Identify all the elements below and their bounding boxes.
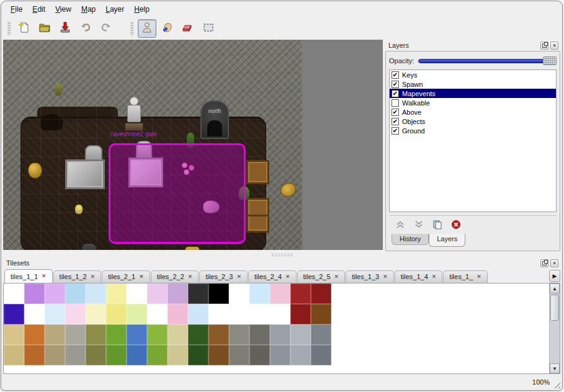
layer-row[interactable]: Walkable [390, 98, 556, 107]
menu-view[interactable]: View [51, 3, 76, 16]
layer-checkbox[interactable] [392, 99, 399, 107]
tileset-scrollbar[interactable]: ▲ ▼ [549, 283, 560, 373]
palette-tile[interactable] [65, 304, 86, 324]
palette-tile[interactable] [106, 283, 127, 304]
map-canvas[interactable]: north caveshrine2 gate [3, 40, 383, 250]
palette-tile[interactable] [208, 324, 229, 345]
save-button[interactable] [56, 19, 74, 38]
tab-close-icon[interactable]: ✕ [477, 274, 481, 280]
palette-tile[interactable] [127, 324, 147, 345]
palette-tile[interactable] [45, 304, 65, 324]
palette-tile[interactable] [249, 304, 270, 324]
tab-close-icon[interactable]: ✕ [91, 274, 96, 280]
palette-tile[interactable] [86, 283, 106, 304]
palette-tile[interactable] [168, 304, 188, 324]
palette-tile[interactable] [249, 345, 270, 365]
palette-tile[interactable] [290, 283, 311, 304]
palette-tile[interactable] [4, 324, 24, 345]
palette-tile[interactable] [86, 324, 106, 345]
eraser-tool-button[interactable] [179, 19, 197, 38]
palette-tile[interactable] [229, 304, 249, 324]
tileset-tab[interactable]: tiles_2_1✕ [102, 270, 150, 283]
opacity-slider[interactable] [418, 56, 557, 66]
tileset-tab[interactable]: tiles_1_✕ [443, 270, 487, 283]
palette-tile[interactable] [168, 283, 188, 304]
tileset-tab[interactable]: tiles_1_1✕ [4, 269, 53, 283]
palette-tile[interactable] [208, 304, 229, 324]
new-file-button[interactable] [15, 19, 34, 38]
palette-tile[interactable] [188, 345, 208, 365]
tab-close-icon[interactable]: ✕ [432, 274, 437, 280]
palette-tile[interactable] [311, 304, 331, 324]
layer-checkbox[interactable]: ✔ [392, 127, 399, 135]
palette-tile[interactable] [311, 324, 331, 345]
dock-close-button[interactable]: ✕ [550, 259, 558, 267]
palette-tile[interactable] [270, 304, 290, 324]
palette-tile[interactable] [290, 304, 311, 324]
palette-tile[interactable] [4, 345, 24, 365]
palette-tile[interactable] [24, 345, 45, 365]
menu-layer[interactable]: Layer [101, 3, 128, 16]
scrollbar-thumb[interactable] [550, 295, 559, 321]
palette-tile[interactable] [106, 345, 127, 365]
character-tool-button[interactable] [138, 19, 156, 38]
palette-tile[interactable] [188, 304, 208, 324]
palette-tile[interactable] [45, 283, 65, 304]
palette-tile[interactable] [45, 345, 65, 365]
layer-checkbox[interactable]: ✔ [392, 109, 399, 116]
layer-row[interactable]: ✔Objects [390, 117, 556, 126]
tileset-tab[interactable]: tiles_2_2✕ [151, 270, 199, 283]
paint-tool-button[interactable] [158, 19, 177, 38]
toolbar-handle[interactable] [130, 22, 133, 35]
palette-tile[interactable] [24, 304, 45, 324]
tileset-tab[interactable]: tiles_1_3✕ [346, 270, 394, 283]
tab-close-icon[interactable]: ✕ [383, 274, 388, 280]
palette-tile[interactable] [290, 345, 311, 365]
mapevent-selection-rect[interactable] [109, 143, 246, 244]
layer-checkbox[interactable]: ✔ [392, 81, 399, 88]
palette-tile[interactable] [188, 283, 208, 304]
scroll-up-icon[interactable]: ▲ [550, 283, 560, 293]
tab-layers[interactable]: Layers [429, 234, 465, 247]
tile-palette[interactable] [4, 283, 549, 373]
menu-edit[interactable]: Edit [28, 3, 50, 16]
scrollbar-track[interactable] [550, 293, 560, 363]
tab-close-icon[interactable]: ✕ [42, 274, 47, 279]
tab-close-icon[interactable]: ✕ [236, 274, 241, 280]
raise-layer-button[interactable] [395, 220, 405, 229]
resize-grip[interactable] [552, 380, 560, 388]
scroll-down-icon[interactable]: ▼ [550, 363, 560, 373]
palette-tile[interactable] [229, 324, 249, 345]
palette-tile[interactable] [127, 304, 147, 324]
palette-tile[interactable] [270, 324, 290, 345]
dock-float-button[interactable] [540, 259, 548, 267]
palette-tile[interactable] [311, 283, 331, 304]
select-tool-button[interactable] [199, 19, 218, 38]
dock-close-button[interactable]: ✕ [550, 42, 558, 50]
palette-tile[interactable] [188, 324, 208, 345]
splitter-grip[interactable] [271, 253, 292, 256]
palette-tile[interactable] [65, 345, 86, 365]
tab-close-icon[interactable]: ✕ [285, 274, 290, 280]
palette-tile[interactable] [208, 345, 229, 365]
palette-tile[interactable] [24, 324, 45, 345]
layer-row[interactable]: ✔Keys [390, 70, 556, 79]
palette-tile[interactable] [106, 324, 127, 345]
palette-tile[interactable] [147, 283, 168, 304]
palette-tile[interactable] [45, 324, 65, 345]
open-file-button[interactable] [35, 19, 54, 38]
palette-tile[interactable] [229, 283, 249, 304]
tab-close-icon[interactable]: ✕ [139, 274, 144, 280]
tileset-tab[interactable]: tiles_1_2✕ [53, 270, 102, 283]
layer-row[interactable]: ✔Mapevents [390, 89, 556, 98]
tab-close-icon[interactable]: ✕ [188, 274, 193, 280]
layers-dock-titlebar[interactable]: Layers ✕ [385, 40, 560, 51]
layer-row[interactable]: ✔Spawn [390, 79, 556, 89]
palette-tile[interactable] [65, 283, 86, 304]
palette-tile[interactable] [229, 345, 249, 365]
menu-file[interactable]: File [6, 3, 27, 16]
tab-scroll-right-button[interactable]: ▶ [549, 270, 560, 282]
tileset-tab[interactable]: tiles_2_5✕ [297, 270, 346, 283]
lower-layer-button[interactable] [414, 220, 424, 229]
tab-close-icon[interactable]: ✕ [334, 274, 339, 280]
